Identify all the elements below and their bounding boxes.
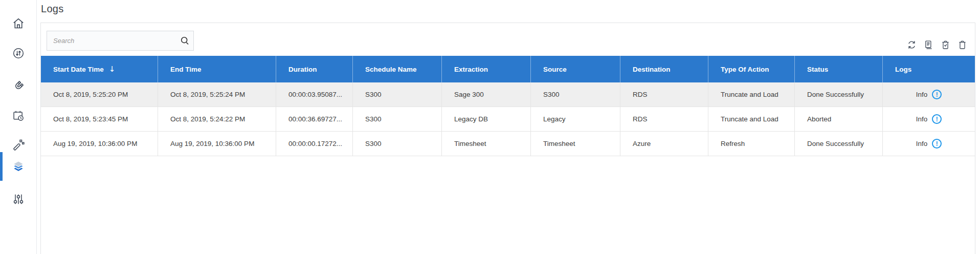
sidebar-item-settings[interactable] xyxy=(0,185,37,214)
sliders-icon xyxy=(12,193,25,206)
info-circle-icon: ! xyxy=(932,114,942,124)
cell-duration: 00:00:00.17272... xyxy=(276,132,353,156)
cell-logs: Info ! xyxy=(883,82,975,107)
info-circle-icon: ! xyxy=(932,90,942,99)
cell-status: Done Successfully xyxy=(795,82,883,107)
magic-wand-icon xyxy=(12,138,25,152)
info-link[interactable]: Info ! xyxy=(916,90,942,99)
layers-icon xyxy=(12,160,25,173)
cell-status: Aborted xyxy=(795,107,883,131)
cell-source: S300 xyxy=(531,82,620,107)
cell-source: Legacy xyxy=(531,107,620,131)
transfer-circle-icon xyxy=(12,47,25,60)
cell-extraction: Timesheet xyxy=(442,132,531,156)
page-title: Logs xyxy=(41,3,64,15)
column-label: End Time xyxy=(170,66,202,73)
column-header-schedule-name[interactable]: Schedule Name xyxy=(353,56,442,82)
cell-type-of-action: Truncate and Load xyxy=(708,107,795,131)
cell-destination: RDS xyxy=(620,82,708,107)
info-label: Info xyxy=(916,115,928,123)
column-header-source[interactable]: Source xyxy=(531,56,620,82)
magnet-icon xyxy=(12,79,25,93)
sidebar-item-logs[interactable] xyxy=(0,152,37,181)
cell-start-date-time: Oct 8, 2019, 5:25:20 PM xyxy=(41,82,158,107)
cell-logs: Info ! xyxy=(883,107,975,131)
column-label: Start Date Time xyxy=(53,66,104,73)
cell-destination: RDS xyxy=(620,107,708,131)
calendar-clock-icon xyxy=(12,109,25,122)
sidebar-item-connections[interactable] xyxy=(0,72,37,100)
table-row[interactable]: Oct 8, 2019, 5:23:45 PM Oct 8, 2019, 5:2… xyxy=(41,107,975,132)
search-input[interactable] xyxy=(47,37,176,45)
refresh-icon xyxy=(906,39,917,50)
column-label: Logs xyxy=(895,66,911,73)
column-label: Source xyxy=(543,66,567,73)
cell-logs: Info ! xyxy=(883,132,975,156)
cell-extraction: Sage 300 xyxy=(442,82,531,107)
table-toolbar xyxy=(905,38,968,51)
column-label: Duration xyxy=(288,66,317,73)
cell-end-time: Oct 8, 2019, 5:25:24 PM xyxy=(158,82,276,107)
sort-desc-icon[interactable]: ↓ xyxy=(109,65,116,74)
sidebar xyxy=(0,0,37,254)
column-label: Schedule Name xyxy=(365,66,417,73)
cell-type-of-action: Refresh xyxy=(708,132,795,156)
info-link[interactable]: Info ! xyxy=(916,139,942,149)
cell-end-time: Oct 8, 2019, 5:24:22 PM xyxy=(158,107,276,131)
cell-schedule-name: S300 xyxy=(353,132,442,156)
table-header-row: Start Date Time ↓ End Time Duration Sche… xyxy=(41,56,975,82)
column-label: Extraction xyxy=(454,66,488,73)
column-header-start-date-time[interactable]: Start Date Time ↓ xyxy=(41,56,158,82)
content-card: Start Date Time ↓ End Time Duration Sche… xyxy=(40,23,975,254)
log-document-icon xyxy=(923,39,934,50)
active-indicator xyxy=(0,152,3,181)
column-label: Type Of Action xyxy=(721,66,769,73)
column-header-end-time[interactable]: End Time xyxy=(158,56,276,82)
column-header-type-of-action[interactable]: Type Of Action xyxy=(708,56,795,82)
trash-icon xyxy=(957,39,968,50)
column-header-logs[interactable]: Logs xyxy=(883,56,975,82)
logs-table: Start Date Time ↓ End Time Duration Sche… xyxy=(41,56,975,156)
trash-check-icon xyxy=(940,39,951,50)
cell-status: Done Successfully xyxy=(795,132,883,156)
delete-button[interactable] xyxy=(956,38,968,51)
sidebar-item-home[interactable] xyxy=(0,9,37,38)
cell-start-date-time: Oct 8, 2019, 5:23:45 PM xyxy=(41,107,158,131)
cell-start-date-time: Aug 19, 2019, 10:36:00 PM xyxy=(41,132,158,156)
search-icon xyxy=(180,35,190,46)
column-header-duration[interactable]: Duration xyxy=(276,56,353,82)
clear-selected-button[interactable] xyxy=(939,38,951,51)
cell-schedule-name: S300 xyxy=(353,82,442,107)
column-header-extraction[interactable]: Extraction xyxy=(442,56,531,82)
sidebar-item-transfer[interactable] xyxy=(0,39,37,68)
cell-destination: Azure xyxy=(620,132,708,156)
column-label: Destination xyxy=(633,66,671,73)
view-log-button[interactable] xyxy=(922,38,934,51)
cell-type-of-action: Truncate and Load xyxy=(708,82,795,107)
cell-schedule-name: S300 xyxy=(353,107,442,131)
info-circle-icon: ! xyxy=(932,139,942,149)
table-row[interactable]: Oct 8, 2019, 5:25:20 PM Oct 8, 2019, 5:2… xyxy=(41,82,975,107)
table-row[interactable]: Aug 19, 2019, 10:36:00 PM Aug 19, 2019, … xyxy=(41,132,975,156)
info-label: Info xyxy=(916,140,928,147)
column-header-status[interactable]: Status xyxy=(795,56,883,82)
cell-source: Timesheet xyxy=(531,132,620,156)
app-root: Logs xyxy=(0,0,980,254)
search-box xyxy=(47,31,194,51)
column-label: Status xyxy=(807,66,828,73)
cell-end-time: Aug 19, 2019, 10:36:00 PM xyxy=(158,132,276,156)
sidebar-item-schedules[interactable] xyxy=(0,101,37,130)
info-link[interactable]: Info ! xyxy=(916,114,942,124)
cell-extraction: Legacy DB xyxy=(442,107,531,131)
info-label: Info xyxy=(916,91,928,98)
search-button[interactable] xyxy=(176,31,193,50)
column-header-destination[interactable]: Destination xyxy=(620,56,708,82)
cell-duration: 00:00:36.69727... xyxy=(276,107,353,131)
cell-duration: 00:00:03.95087... xyxy=(276,82,353,107)
home-icon xyxy=(12,17,25,30)
refresh-button[interactable] xyxy=(905,38,918,51)
